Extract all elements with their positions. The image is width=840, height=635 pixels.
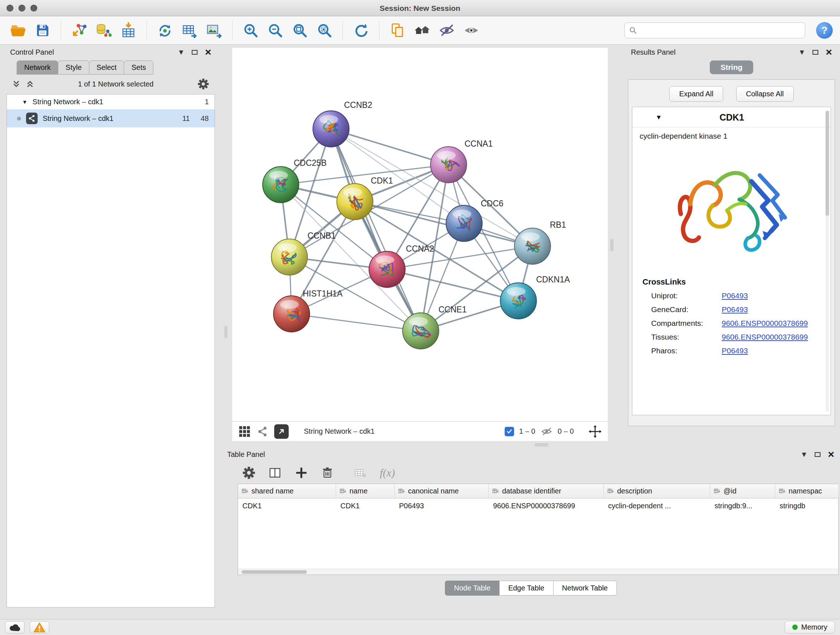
help-button[interactable]: ? <box>816 22 833 39</box>
refresh-button[interactable] <box>350 19 372 42</box>
memory-button[interactable]: Memory <box>785 621 835 633</box>
network-row-selected[interactable]: String Network – cdk1 11 48 <box>7 109 215 127</box>
network-edge[interactable] <box>292 314 421 331</box>
panel-close-icon[interactable]: × <box>205 48 211 57</box>
open-session-button[interactable] <box>7 19 29 42</box>
tree-expand-triangle-icon[interactable]: ▼ <box>22 99 27 105</box>
zoom-selected-icon <box>316 22 333 39</box>
table-cell[interactable]: CDK1 <box>336 499 395 513</box>
tab-edge-table[interactable]: Edge Table <box>499 581 554 595</box>
column-header-name[interactable]: name <box>336 484 395 499</box>
open-in-new-window-button[interactable] <box>274 424 289 439</box>
warnings-button[interactable] <box>30 621 49 633</box>
left-splitter-handle[interactable] <box>224 326 227 338</box>
table-cell[interactable]: 9606.ENSP00000378699 <box>489 499 604 513</box>
minimize-window-button[interactable] <box>19 5 25 11</box>
panel-close-icon[interactable]: × <box>826 48 832 57</box>
tab-node-table[interactable]: Node Table <box>445 581 500 595</box>
tab-sets[interactable]: Sets <box>124 60 153 74</box>
column-header-namespac[interactable]: namespac <box>775 484 839 499</box>
table-cell[interactable]: cyclin-dependent ... <box>604 499 710 513</box>
table-row[interactable]: CDK1CDK1P064939606.ENSP00000378699cyclin… <box>238 499 838 513</box>
birds-eye-button[interactable] <box>411 19 433 42</box>
tab-network-table[interactable]: Network Table <box>553 581 617 595</box>
column-header--id[interactable]: @id <box>710 484 775 499</box>
export-image-button[interactable] <box>203 19 225 42</box>
crosslink-value-link[interactable]: P06493 <box>722 305 748 314</box>
zoom-in-button[interactable] <box>240 19 262 42</box>
collapse-all-button[interactable]: Collapse All <box>736 86 794 102</box>
birdseye-toggle-icon[interactable] <box>257 426 268 437</box>
show-graphics-button[interactable] <box>461 19 482 42</box>
crosslink-value-link[interactable]: 9606.ENSP00000378699 <box>722 333 808 341</box>
crosslink-value-link[interactable]: P06493 <box>722 291 748 300</box>
crosslink-value-link[interactable]: P06493 <box>722 347 748 355</box>
hide-graphics-button[interactable] <box>436 19 458 42</box>
new-network-button[interactable] <box>154 19 176 42</box>
delete-trash-icon[interactable] <box>321 466 334 480</box>
cloud-status-button[interactable] <box>5 621 25 633</box>
panel-collapse-icon[interactable]: ▼ <box>798 49 806 56</box>
function-builder-icon[interactable]: f(x) <box>380 467 395 479</box>
expand-all-button[interactable]: Expand All <box>669 86 723 102</box>
search-icon <box>629 27 637 35</box>
zoom-window-button[interactable] <box>30 5 37 11</box>
table-cell[interactable]: stringdb <box>775 499 839 513</box>
results-scrollbar-thumb[interactable] <box>826 111 829 216</box>
zoom-fit-button[interactable] <box>289 19 311 42</box>
column-header-description[interactable]: description <box>604 484 710 499</box>
table-hscrollbar-thumb[interactable] <box>242 570 307 574</box>
right-splitter-handle[interactable] <box>610 239 614 251</box>
network-edge[interactable] <box>331 129 421 331</box>
panel-float-icon[interactable] <box>815 452 821 457</box>
panel-collapse-icon[interactable]: ▼ <box>801 451 808 458</box>
search-input[interactable] <box>640 26 801 35</box>
clone-network-button[interactable] <box>387 19 409 42</box>
selected-checkbox-icon[interactable] <box>505 427 514 436</box>
move-crosshair-icon[interactable] <box>588 424 602 439</box>
section-collapse-triangle-icon[interactable]: ▼ <box>655 114 662 121</box>
add-row-plus-icon[interactable] <box>294 466 308 480</box>
horizontal-splitter-handle[interactable] <box>535 443 548 447</box>
network-graph[interactable]: CCNB2CCNA1CDC25BCDK1CDC6RB1CCNB1CCNA2CDK… <box>232 48 608 421</box>
zoom-out-button[interactable] <box>264 19 286 42</box>
network-selection-text: 1 of 1 Network selected <box>78 80 154 88</box>
column-header-shared-name[interactable]: shared name <box>238 484 336 499</box>
add-column-icon[interactable] <box>268 466 282 480</box>
network-edge[interactable] <box>387 269 518 301</box>
column-header-database-identifier[interactable]: database identifier <box>489 484 604 499</box>
close-window-button[interactable] <box>6 5 13 11</box>
network-collection-row[interactable]: ▼ String Network – cdk1 1 <box>7 95 215 109</box>
export-table-button[interactable] <box>179 19 201 42</box>
import-network-from-database-button[interactable] <box>93 19 115 42</box>
grid-view-icon[interactable] <box>238 425 251 438</box>
node-label: CCNB1 <box>308 231 336 241</box>
panel-float-icon[interactable] <box>813 50 818 55</box>
table-cell[interactable]: P06493 <box>395 499 489 513</box>
network-view-canvas[interactable]: CCNB2CCNA1CDC25BCDK1CDC6RB1CCNB1CCNA2CDK… <box>232 48 608 421</box>
import-table-button[interactable] <box>118 19 139 42</box>
node-label: CCNE1 <box>439 305 467 314</box>
collapse-all-chevrons-icon[interactable] <box>26 80 34 88</box>
panel-float-icon[interactable] <box>192 50 197 55</box>
gene-section-header[interactable]: ▼ CDK1 <box>632 107 831 127</box>
column-header-canonical-name[interactable]: canonical name <box>395 484 489 499</box>
zoom-selected-button[interactable] <box>314 19 335 42</box>
panel-collapse-icon[interactable]: ▼ <box>178 49 185 56</box>
table-cell[interactable]: CDK1 <box>238 499 336 513</box>
gear-icon[interactable] <box>197 78 209 90</box>
string-results-tab[interactable]: String <box>710 60 753 74</box>
table-hscrollbar-track[interactable] <box>238 569 838 575</box>
table-cell[interactable]: stringdb:9... <box>710 499 775 513</box>
hidden-eye-slash-icon[interactable] <box>540 425 553 438</box>
import-network-from-file-button[interactable] <box>68 19 90 42</box>
crosslink-value-link[interactable]: 9606.ENSP00000378699 <box>722 319 808 328</box>
table-gear-icon[interactable] <box>242 466 256 479</box>
tab-style[interactable]: Style <box>58 60 89 74</box>
tab-select[interactable]: Select <box>89 60 125 74</box>
expand-all-chevrons-icon[interactable] <box>12 80 20 88</box>
control-panel: Control Panel ▼ × Network Style Select S… <box>4 44 217 613</box>
save-session-button[interactable] <box>32 19 54 42</box>
panel-close-icon[interactable]: × <box>828 450 834 459</box>
tab-network[interactable]: Network <box>17 60 58 74</box>
